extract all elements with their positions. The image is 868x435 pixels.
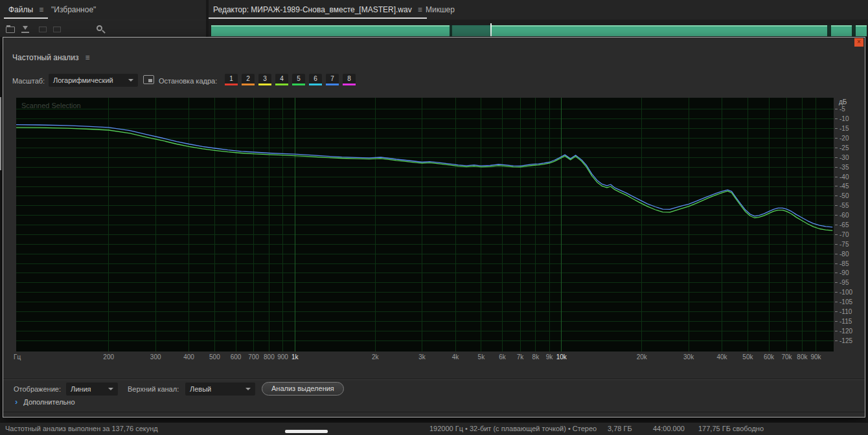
display-label: Отображение: [14, 385, 61, 393]
db-tick-label: -110 [835, 308, 852, 315]
db-tick-label: -35 [835, 164, 849, 171]
playhead-marker[interactable] [490, 23, 492, 36]
scale-label: Масштаб: [12, 77, 45, 85]
db-tick-label: -90 [835, 269, 849, 276]
freq-tick-label: 600 [231, 353, 242, 361]
top-channel-dropdown-value: Левый [190, 385, 211, 393]
toolbar-icon-2[interactable] [53, 27, 61, 32]
db-tick-label: -15 [835, 125, 849, 132]
freq-tick-label: 70k [781, 353, 792, 361]
hold-frame-button-7[interactable]: 7 [326, 74, 339, 85]
advanced-expander[interactable]: › Дополнительно [15, 397, 75, 406]
hold-frame-button-8[interactable]: 8 [343, 74, 356, 85]
hold-frame-button-5[interactable]: 5 [292, 74, 305, 85]
freeze-frame-icon[interactable] [143, 75, 154, 84]
chevron-down-icon [108, 388, 113, 390]
status-message: Частотный анализ выполнен за 137,76 секу… [5, 425, 158, 432]
display-dropdown-value: Линия [71, 385, 91, 393]
freq-tick-label: 200 [103, 353, 114, 361]
tab-files-label: Файлы [8, 5, 33, 14]
frequency-analysis-panel: × Частотный анализ ≡ Масштаб: Логарифмич… [3, 37, 865, 418]
db-tick-label: -65 [835, 221, 849, 229]
freq-tick-label: 6k [499, 353, 506, 361]
horizontal-scrollbar-thumb[interactable] [285, 430, 328, 433]
advanced-label: Дополнительно [23, 398, 74, 406]
db-tick-label: -5 [835, 106, 845, 113]
frequency-curves [16, 98, 834, 351]
db-tick-label: -45 [835, 183, 849, 190]
hold-frame-button-1[interactable]: 1 [225, 74, 238, 85]
freq-tick-label: 8k [532, 353, 540, 361]
vertical-scrollbar-thumb[interactable] [0, 97, 1, 170]
files-panel-menu-icon[interactable]: ≡ [39, 6, 43, 14]
freq-tick-label: 80k [797, 353, 807, 361]
scale-dropdown-value: Логарифмический [53, 76, 113, 84]
chevron-down-icon [128, 79, 133, 82]
freq-tick-label: 40k [716, 353, 727, 361]
db-tick-label: -105 [835, 298, 852, 306]
panel-header: Частотный анализ ≡ [12, 53, 89, 62]
db-tick-label: -125 [835, 337, 852, 344]
freq-tick-label: 300 [150, 353, 161, 361]
db-tick-label: -50 [835, 192, 849, 199]
freq-tick-label: 20k [637, 353, 647, 361]
hold-frame-button-3[interactable]: 3 [258, 74, 271, 85]
db-tick-label: -100 [835, 289, 852, 296]
freq-tick-label: 9k [546, 353, 553, 361]
analyze-selection-button[interactable]: Анализ выделения [262, 382, 344, 396]
hold-frame-button-2[interactable]: 2 [242, 74, 255, 85]
freq-tick-label: 3k [418, 353, 426, 361]
top-channel-dropdown[interactable]: Левый [185, 383, 255, 396]
status-duration: 44:00.000 [653, 425, 685, 432]
chevron-right-icon: › [15, 397, 17, 406]
tab-mixer-label: Микшер [426, 5, 455, 14]
open-folder-icon[interactable] [6, 27, 15, 33]
app-top-bar: Файлы ≡ "Избранное" Редактор: МИРАЖ-1989… [0, 0, 868, 37]
db-tick-label: -25 [835, 144, 849, 151]
status-file-size: 3,78 ГБ [608, 425, 632, 432]
db-tick-label: -120 [835, 328, 852, 335]
freq-tick-label: 10k [556, 353, 567, 361]
db-tick-label: -60 [835, 212, 849, 219]
db-tick-label: -20 [835, 135, 849, 142]
status-bar: Частотный анализ выполнен за 137,76 секу… [0, 422, 868, 435]
hold-frames-label: Остановка кадра: [159, 77, 217, 85]
scale-dropdown[interactable]: Логарифмический [49, 74, 138, 87]
editor-waveform-strip [209, 19, 868, 37]
db-tick-label: -115 [835, 318, 852, 325]
files-toolbar [0, 19, 206, 37]
tab-mixer[interactable]: Микшер [421, 0, 459, 19]
freq-tick-label: 4k [452, 353, 459, 361]
search-icon[interactable] [97, 25, 102, 31]
hold-frame-button-4[interactable]: 4 [275, 74, 288, 85]
freq-tick-label: 2k [372, 353, 379, 361]
tab-files[interactable]: Файлы ≡ [4, 0, 48, 19]
waveform-overview[interactable] [211, 25, 867, 36]
db-tick-label: -95 [835, 279, 849, 286]
db-tick-label: -70 [835, 231, 849, 238]
freq-tick-label: 1k [291, 353, 299, 361]
panel-tab-bar: Файлы ≡ "Избранное" Редактор: МИРАЖ-1989… [0, 0, 868, 19]
db-tick-label: -75 [835, 241, 849, 248]
hold-frame-button-6[interactable]: 6 [309, 74, 322, 85]
freq-tick-label: 7k [517, 353, 524, 361]
freq-tick-label: 50k [742, 353, 753, 361]
toolbar-icon-1[interactable] [39, 27, 47, 32]
tab-favorites[interactable]: "Избранное" [47, 0, 100, 19]
top-channel-label: Верхний канал: [128, 385, 179, 393]
hold-frame-buttons: 12345678 [225, 74, 356, 85]
chevron-down-icon [246, 388, 251, 390]
frequency-scale: 2003004005006007008009001k2k3k4k5k6k7k8k… [16, 353, 834, 362]
tab-favorites-label: "Избранное" [51, 5, 96, 14]
freq-tick-label: 400 [183, 353, 194, 361]
panel-menu-icon[interactable]: ≡ [85, 54, 89, 61]
freq-tick-label: 90k [810, 353, 821, 361]
db-tick-label: -85 [835, 260, 849, 267]
db-tick-label: -30 [835, 154, 849, 161]
divider [3, 379, 865, 379]
import-file-icon[interactable] [21, 25, 29, 33]
tab-editor-label: Редактор: МИРАЖ-1989-Снова_вместе_[MASTE… [213, 5, 412, 14]
tab-editor[interactable]: Редактор: МИРАЖ-1989-Снова_вместе_[MASTE… [209, 0, 427, 19]
freq-tick-label: 5k [478, 353, 485, 361]
display-dropdown[interactable]: Линия [66, 383, 118, 396]
